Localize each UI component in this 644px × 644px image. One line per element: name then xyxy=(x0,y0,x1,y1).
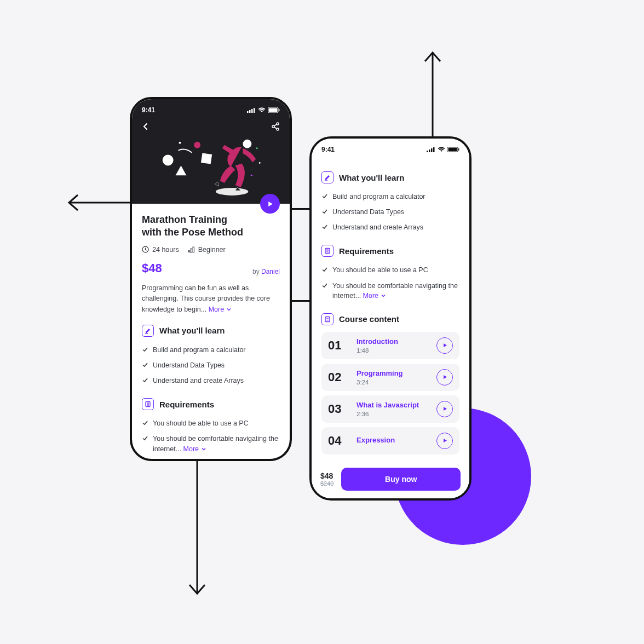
svg-rect-8 xyxy=(269,108,278,112)
svg-point-12 xyxy=(277,128,279,130)
lesson-title: Expression xyxy=(357,436,429,444)
course-detail-bottom-screen: 9:41 What you'll learn Build and program… xyxy=(309,136,472,501)
lesson-play-button[interactable] xyxy=(436,433,453,449)
requirements-section-header: Requirements xyxy=(142,398,280,410)
svg-rect-29 xyxy=(193,247,194,252)
status-time: 9:41 xyxy=(142,106,155,114)
course-description: Programming can be fun as well as challe… xyxy=(142,283,280,315)
learn-list: Build and program a calculator Understan… xyxy=(142,342,280,388)
list-item: Understand and create Arrays xyxy=(321,220,459,235)
course-price: $48 xyxy=(142,261,162,275)
content-section-title: Course content xyxy=(339,314,399,324)
svg-rect-5 xyxy=(251,109,253,113)
svg-point-15 xyxy=(163,155,174,166)
lesson-title: Programming xyxy=(357,369,429,377)
lesson-play-button[interactable] xyxy=(436,337,453,354)
svg-point-16 xyxy=(194,142,200,148)
svg-rect-40 xyxy=(431,148,433,152)
lesson-number: 02 xyxy=(328,370,349,384)
svg-marker-25 xyxy=(268,202,273,206)
course-detail-top-screen: 9:41 xyxy=(130,97,292,461)
list-item: You should be comfortable navigating the… xyxy=(142,431,280,456)
svg-rect-4 xyxy=(249,110,251,113)
signal-icon xyxy=(427,147,435,152)
pencil-icon xyxy=(142,325,154,337)
lesson-number: 04 xyxy=(328,434,349,448)
learn-section-title: What you'll learn xyxy=(159,326,225,335)
learn-section-title: What you'll learn xyxy=(339,173,404,182)
svg-rect-39 xyxy=(429,150,430,152)
check-icon xyxy=(321,208,328,215)
learn-section-header: What you'll learn xyxy=(142,325,280,337)
list-item: You should be able to use a PC xyxy=(321,262,459,278)
chevron-down-icon xyxy=(381,293,386,298)
svg-rect-43 xyxy=(449,148,457,152)
svg-marker-54 xyxy=(444,375,447,379)
list-item: Build and program a calculator xyxy=(142,342,280,358)
status-time: 9:41 xyxy=(321,146,335,153)
course-level: Beginner xyxy=(198,246,226,254)
lesson-row[interactable]: 04 Expression xyxy=(321,427,459,455)
requirements-more-button[interactable]: More xyxy=(183,444,206,454)
course-author: by Daniel xyxy=(252,268,280,275)
battery-icon xyxy=(447,147,459,152)
lesson-play-button[interactable] xyxy=(436,401,453,417)
requirements-section-title: Requirements xyxy=(159,400,214,409)
battery-icon xyxy=(268,107,280,113)
play-preview-button[interactable] xyxy=(260,194,280,214)
check-icon xyxy=(142,377,148,383)
connector-line xyxy=(292,208,311,210)
requirements-list: You should be able to use a PC You shoul… xyxy=(321,262,459,303)
content-section-header: Course content xyxy=(321,313,459,325)
svg-point-19 xyxy=(251,175,252,176)
svg-rect-21 xyxy=(201,153,212,164)
course-hero xyxy=(132,118,290,204)
svg-line-13 xyxy=(274,124,277,126)
hero-illustration xyxy=(148,128,273,198)
learn-section-header: What you'll learn xyxy=(321,171,459,183)
lesson-play-button[interactable] xyxy=(436,369,453,386)
purchase-bar: $48 $240 Buy now xyxy=(312,462,469,498)
requirements-list: You should be able to use a PC You shoul… xyxy=(142,416,280,456)
play-icon xyxy=(442,343,447,348)
svg-point-20 xyxy=(259,162,261,164)
wifi-icon xyxy=(258,107,266,113)
status-bar: 9:41 xyxy=(132,99,290,118)
course-detail-scroll[interactable]: Marathon Training with the Pose Method 2… xyxy=(132,204,290,459)
svg-rect-6 xyxy=(254,108,255,113)
lesson-duration: 2:36 xyxy=(357,411,429,417)
chevron-down-icon xyxy=(226,307,232,312)
course-duration: 24 hours xyxy=(152,246,179,254)
svg-rect-41 xyxy=(433,147,435,152)
arrow-up-icon xyxy=(422,49,444,142)
learn-list: Build and program a calculator Understan… xyxy=(321,189,459,235)
lesson-row[interactable]: 02 Programming 3:24 xyxy=(321,364,459,391)
svg-point-24 xyxy=(216,188,248,196)
requirements-more-button[interactable]: More xyxy=(363,291,386,301)
course-detail-scroll[interactable]: What you'll learn Build and program a ca… xyxy=(312,157,469,498)
lesson-duration: 1:48 xyxy=(357,347,429,354)
check-icon xyxy=(321,193,328,199)
svg-point-17 xyxy=(179,142,181,144)
description-more-button[interactable]: More xyxy=(209,304,232,315)
lesson-row[interactable]: 03 What is Javascript 2:36 xyxy=(321,395,459,423)
level-icon xyxy=(188,246,195,253)
list-item: You should be comfortable navigating the… xyxy=(321,278,459,303)
svg-rect-44 xyxy=(458,148,459,151)
author-link[interactable]: Daniel xyxy=(261,268,280,275)
play-icon xyxy=(442,375,447,380)
list-item: Understand and create Arrays xyxy=(142,373,280,388)
svg-point-23 xyxy=(243,140,251,148)
course-title: Marathon Training with the Pose Method xyxy=(142,214,280,239)
svg-rect-50 xyxy=(325,317,330,321)
svg-rect-38 xyxy=(427,151,428,152)
lesson-duration: 3:24 xyxy=(357,379,429,386)
chevron-down-icon xyxy=(201,446,206,452)
list-item: Build and program a calculator xyxy=(321,189,459,204)
requirements-section-header: Requirements xyxy=(321,245,459,257)
svg-marker-53 xyxy=(444,343,447,347)
lesson-row[interactable]: 01 Introduction 1:48 xyxy=(321,332,459,359)
buy-now-button[interactable]: Buy now xyxy=(341,468,461,491)
svg-rect-9 xyxy=(279,109,280,111)
wifi-icon xyxy=(438,147,445,152)
